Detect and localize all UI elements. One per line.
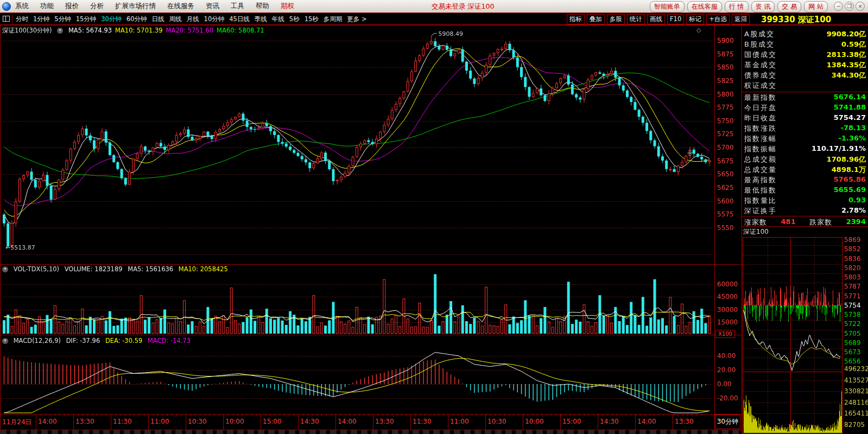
period-tab-季线[interactable]: 季线 [255,15,267,23]
panel-row: 深证换手2.78% [744,206,866,216]
period-tab-15秒[interactable]: 15秒 [305,15,319,23]
menu-item-报价[interactable]: 报价 [65,2,79,11]
tool-button-F10[interactable]: F10 [667,14,684,24]
price-axis-label: 5625 [717,184,734,192]
macd-chart[interactable] [0,335,714,414]
time-grid-line [148,414,149,430]
time-label: 11:00 [450,418,469,425]
period-tab-5秒[interactable]: 5秒 [289,15,300,23]
collapse-pane-icon[interactable]: ▾ [2,266,8,272]
mini-price-axis-label: 5754 [844,302,861,309]
period-tab-15分钟[interactable]: 15分钟 [76,15,97,23]
price-axis-label: 5750 [717,117,734,125]
mini-volume-axis-label: 496232 [844,365,868,373]
panel-row: 总成交额1708.96亿 [744,155,866,165]
macd-pane-header: ▾ MACD(12,26,9) DIF: -37.96 DEA: -30.59 … [2,337,194,344]
period-tab-30分钟[interactable]: 30分钟 [101,15,122,23]
time-label: 15:00 [562,418,581,425]
period-tab-多周期[interactable]: 多周期 [324,15,343,23]
titlebar: 系统功能报价分析扩展市场行情在线服务资讯工具帮助期权 交易未登录 深证100 智… [0,0,868,13]
current-period-box[interactable]: 30分钟 [715,414,740,429]
tool-button-多股[interactable]: 多股 [607,14,625,24]
period-tab-分时[interactable]: 分时 [16,15,28,23]
panel-row-label: 总成交量 [744,165,777,175]
mini-volume-axis-label: 413527 [844,376,868,384]
menu-item-功能[interactable]: 功能 [40,2,54,11]
app-logo-icon[interactable] [2,2,11,11]
menu-item-options[interactable]: 期权 [281,2,294,11]
time-label: 13:30 [675,418,694,425]
volume-chart[interactable] [0,264,714,335]
price-axis-label: 5850 [717,63,734,71]
tool-button-指标[interactable]: 指标 [567,14,585,24]
layout-split-icon[interactable] [3,16,10,22]
action-button-行情[interactable]: 行 情 [725,1,749,12]
collapse-pane-icon[interactable]: ▾ [2,338,8,344]
period-tab-年线[interactable]: 年线 [272,15,284,23]
menu-item-在线服务[interactable]: 在线服务 [167,2,194,11]
price-axis-label: 5600 [717,197,734,205]
period-tab-周线[interactable]: 周线 [169,15,182,23]
tool-button-标记[interactable]: 标记 [686,14,704,24]
period-tab-更多 >[interactable]: 更多 > [347,15,366,23]
time-label: 10:00 [225,418,244,425]
period-tab-1分钟[interactable]: 1分钟 [33,15,49,23]
time-label: 11:30 [413,418,432,425]
minimize-button[interactable]: − [834,2,843,11]
period-tab-月线[interactable]: 月线 [187,15,199,23]
menu-item-帮助[interactable]: 帮助 [256,2,269,11]
restore-button[interactable]: ❐ [845,2,854,11]
panel-row-value: 344.30亿 [832,71,866,81]
tool-button-画线[interactable]: 画线 [647,14,665,24]
action-button-在线客服[interactable]: 在线客服 [687,1,722,12]
time-label: 14:00 [637,418,656,425]
panel-row-value: 0.59亿 [841,40,866,50]
mini-volume-axis-label: 330821 [844,387,868,395]
panel-row-value: 5765.86 [834,175,866,186]
period-tab-日线[interactable]: 日线 [152,15,164,23]
trade-login-status[interactable]: 交易未登录 深证100 [432,2,494,11]
menu-item-系统[interactable]: 系统 [15,2,29,11]
action-button-交易[interactable]: 交 易 [777,1,801,12]
panel-row-label: 昨日收盘 [744,113,777,124]
candlestick-chart[interactable] [0,25,714,264]
tool-button-叠加[interactable]: 叠加 [587,14,605,24]
action-button-网站[interactable]: 网 站 [804,1,828,12]
mini-price-axis-label: 5738 [844,311,861,318]
menu-item-工具[interactable]: 工具 [231,2,244,11]
action-button-资讯[interactable]: 资 讯 [751,1,775,12]
app-window: 系统功能报价分析扩展市场行情在线服务资讯工具帮助期权 交易未登录 深证100 智… [0,0,868,434]
tool-button-+自选[interactable]: +自选 [706,14,730,24]
period-tab-10分钟[interactable]: 10分钟 [204,15,225,23]
pane-marker-icon[interactable]: ◇ [696,27,701,34]
menu-item-扩展市场行情[interactable]: 扩展市场行情 [115,2,156,11]
volume-ma5-label: MA5: 1561636 [128,265,173,273]
price-axis-label: 5675 [717,157,734,165]
panel-row: 总成交量4898.1万 [744,165,866,175]
mini-chart-title[interactable]: 深证100 [743,227,769,237]
menu-item-分析[interactable]: 分析 [90,2,104,11]
tool-button-返回[interactable]: 返回 [732,14,750,24]
period-tab-5分钟[interactable]: 5分钟 [54,15,71,23]
time-label: 14:30 [600,418,619,425]
panel-row-value: -1.36% [839,134,866,144]
menu-item-资讯[interactable]: 资讯 [206,2,219,11]
panel-row-label: A股成交 [744,29,775,40]
macd-axis-label: -20.00 [717,394,738,402]
action-button-智能账单[interactable]: 智能账单 [650,1,685,12]
time-label: 14:00 [338,418,357,425]
symbol-code: 399330 [761,15,795,24]
panel-row-label: 今日开盘 [744,103,777,113]
macd-axis-label: 40.00 [717,352,736,360]
mini-price-axis-label: 5705 [844,330,861,337]
collapse-pane-icon[interactable]: ▾ [57,28,63,34]
mini-volume-axis-label: 165411 [844,410,868,417]
intraday-mini-chart[interactable] [743,237,842,434]
tool-button-统计[interactable]: 统计 [627,14,645,24]
period-tab-45日线[interactable]: 45日线 [229,15,250,23]
panel-row-label: 指数振幅 [744,144,777,155]
period-tab-60分钟[interactable]: 60分钟 [126,15,147,23]
right-panel-divider[interactable] [742,13,742,434]
panel-row-value: 5676.14 [834,93,866,103]
close-button[interactable]: × [856,2,865,11]
